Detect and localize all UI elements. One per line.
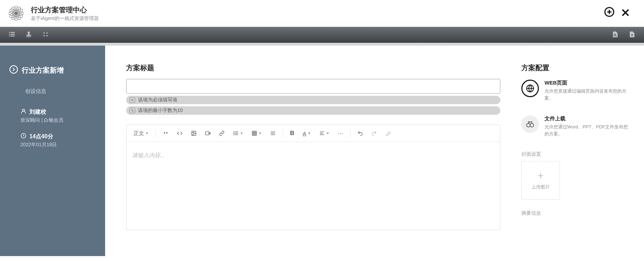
summary-label: 摘要信息 xyxy=(521,210,630,216)
cover-label: 封面设置 xyxy=(521,151,630,158)
editor-code-icon[interactable] xyxy=(173,128,186,138)
app-logo xyxy=(7,4,25,22)
sidebar-date: 2022年01月18日 xyxy=(20,142,95,148)
sidebar-link-create[interactable]: 创设信息 xyxy=(25,88,95,95)
svg-rect-33 xyxy=(252,131,256,135)
header-subtitle: 基于iAgent的一栈式资源管理器 xyxy=(31,15,604,22)
plus-icon: ＋ xyxy=(536,170,546,180)
svg-rect-30 xyxy=(235,133,238,133)
svg-point-27 xyxy=(233,132,234,133)
list-icon[interactable] xyxy=(8,31,15,39)
validation-required-text: 该项为必须填写项 xyxy=(138,97,177,103)
svg-rect-40 xyxy=(271,134,275,135)
clock-icon xyxy=(20,133,27,140)
validation-minlen: ✎ 该项的最小字数为10 xyxy=(126,106,500,115)
header-title: 行业方案管理中心 xyxy=(31,5,604,15)
svg-point-29 xyxy=(233,133,234,134)
editor-redo-icon[interactable] xyxy=(368,128,381,138)
left-sidebar: 行业方案新增 创设信息 刘建校 资深顾问 | 白银会员 14点40分 2022年… xyxy=(0,46,105,256)
user-icon xyxy=(20,108,27,116)
globe-icon xyxy=(521,80,539,97)
svg-point-21 xyxy=(10,66,18,73)
binoculars-icon xyxy=(521,115,539,133)
svg-rect-41 xyxy=(320,132,324,132)
svg-rect-38 xyxy=(271,132,275,132)
upload-cover-button[interactable]: ＋ 上传图片 xyxy=(521,161,560,200)
note-icon: ✎ xyxy=(130,108,135,113)
svg-rect-17 xyxy=(11,35,15,36)
sidebar-user-name: 刘建校 xyxy=(29,108,46,116)
main-area: 行业方案新增 创设信息 刘建校 资深顾问 | 白银会员 14点40分 2022年… xyxy=(0,46,644,256)
svg-point-46 xyxy=(527,123,530,127)
note-icon: ✎ xyxy=(130,97,135,103)
main-toolbar xyxy=(0,27,644,46)
editor-table-icon[interactable]: ▼ xyxy=(248,128,265,138)
editor-list-icon[interactable]: ▼ xyxy=(229,128,247,138)
svg-point-0 xyxy=(14,12,18,15)
config-web-desc: 允许您直接通过编辑页面内容发布您的方案。 xyxy=(544,88,630,101)
app-header: 行业方案管理中心 基于iAgent的一栈式资源管理器 xyxy=(0,0,644,27)
svg-rect-28 xyxy=(235,132,238,132)
editor-color-icon[interactable]: A▼ xyxy=(299,128,314,139)
close-icon[interactable] xyxy=(621,7,630,20)
editor-hr-icon[interactable] xyxy=(267,128,279,138)
svg-point-22 xyxy=(22,109,25,111)
svg-rect-43 xyxy=(320,134,324,135)
export-doc-icon[interactable] xyxy=(629,31,636,39)
recycle-icon[interactable] xyxy=(42,31,49,39)
svg-rect-32 xyxy=(235,134,238,135)
editor-video-icon[interactable] xyxy=(201,128,214,138)
stamp-icon[interactable] xyxy=(25,31,32,39)
add-icon[interactable] xyxy=(604,7,615,20)
config-option-web[interactable]: WEB页面 允许您直接通过编辑页面内容发布您的方案。 xyxy=(521,80,630,101)
rich-editor: 正文▼ ▼ ▼ B A▼ ▼ ⋯ 请输入内容 xyxy=(126,125,500,230)
sidebar-time: 14点40分 xyxy=(29,133,53,140)
title-label: 方案标题 xyxy=(126,63,500,73)
editor-quote-icon[interactable] xyxy=(159,128,172,138)
title-input[interactable] xyxy=(126,79,500,94)
config-file-desc: 允许您通过Word、PPT、PDF文件发布您的方案。 xyxy=(544,123,630,137)
svg-rect-18 xyxy=(26,36,31,37)
right-panel: 方案配置 WEB页面 允许您直接通过编辑页面内容发布您的方案。 文件上载 允许您… xyxy=(518,46,644,256)
editor-undo-icon[interactable] xyxy=(354,128,366,138)
config-option-file[interactable]: 文件上载 允许您通过Word、PPT、PDF文件发布您的方案。 xyxy=(521,115,630,137)
svg-rect-26 xyxy=(205,132,209,135)
editor-bold-icon[interactable]: B xyxy=(287,128,298,139)
svg-rect-42 xyxy=(320,133,323,133)
editor-align-icon[interactable]: ▼ xyxy=(316,128,333,138)
svg-point-47 xyxy=(530,123,534,127)
editor-eraser-icon[interactable] xyxy=(382,128,395,138)
search-doc-icon[interactable] xyxy=(612,31,619,39)
config-section-title: 方案配置 xyxy=(521,63,630,73)
editor-toolbar: 正文▼ ▼ ▼ B A▼ ▼ ⋯ xyxy=(126,125,500,142)
editor-paragraph-style[interactable]: 正文▼ xyxy=(130,128,152,139)
validation-minlen-text: 该项的最小字数为10 xyxy=(138,107,183,114)
svg-rect-12 xyxy=(9,32,10,33)
editor-body[interactable]: 请输入内容... xyxy=(126,142,500,230)
editor-placeholder: 请输入内容... xyxy=(132,152,165,158)
svg-rect-15 xyxy=(11,34,15,35)
svg-rect-14 xyxy=(9,34,10,35)
config-file-title: 文件上载 xyxy=(544,115,630,122)
validation-required: ✎ 该项为必须填写项 xyxy=(126,96,500,104)
content-area: 方案标题 ✎ 该项为必须填写项 ✎ 该项的最小字数为10 正文▼ ▼ ▼ xyxy=(105,46,518,256)
upload-text: 上传图片 xyxy=(532,184,550,190)
svg-point-31 xyxy=(233,134,234,135)
config-web-title: WEB页面 xyxy=(544,80,630,86)
svg-rect-16 xyxy=(9,35,10,36)
editor-more-icon[interactable]: ⋯ xyxy=(334,128,347,139)
arrow-right-circle-icon xyxy=(9,65,18,75)
sidebar-title: 行业方案新增 xyxy=(22,66,64,75)
editor-image-icon[interactable] xyxy=(187,128,200,138)
sidebar-user-role: 资深顾问 | 白银会员 xyxy=(20,117,95,123)
svg-rect-13 xyxy=(11,32,15,33)
svg-rect-39 xyxy=(271,133,275,133)
editor-link-icon[interactable] xyxy=(215,128,228,138)
svg-point-25 xyxy=(193,132,194,133)
